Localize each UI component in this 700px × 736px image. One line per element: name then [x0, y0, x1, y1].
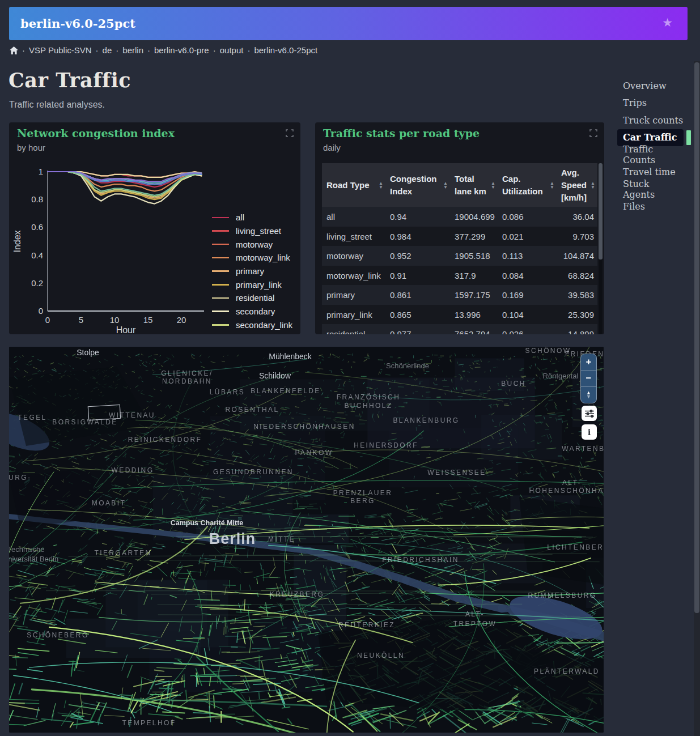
table-cell: 0.861 [385, 290, 450, 300]
sort-icon[interactable]: ▲▼ [443, 181, 448, 189]
column-header-2[interactable]: Congestion Index▲▼ [385, 163, 450, 207]
legend-item-secondary_link[interactable]: secondary_link [212, 318, 292, 332]
column-header-3[interactable]: Total lane km▲▼ [450, 163, 498, 207]
map-settings-button[interactable] [582, 406, 597, 421]
network-map[interactable]: StolpeMühlenbeckSchönerlindeSCHÖNOWFRIED… [9, 347, 604, 733]
legend-swatch [212, 284, 229, 286]
table-row: primary0.8611597.1750.16939.583 [322, 285, 597, 305]
breadcrumb-item[interactable]: de [103, 45, 112, 55]
sidebar-item-traffic-counts[interactable]: Traffic Counts [617, 146, 684, 164]
tilt-button[interactable]: ▲▼ [581, 387, 596, 403]
column-header-5[interactable]: Avg. Speed [km/h]▲▼ [557, 163, 597, 207]
map-info-button[interactable]: i [582, 424, 597, 440]
table-cell: 0.984 [385, 232, 450, 241]
sidebar-item-files[interactable]: Files [617, 198, 684, 216]
table-cell: 0.952 [385, 251, 450, 261]
star-icon[interactable]: ★ [662, 16, 673, 29]
svg-text:0.6: 0.6 [31, 222, 43, 232]
sidebar-item-stuck-agents[interactable]: Stuck Agents [617, 181, 684, 198]
side-nav: OverviewTripsTruck countsCar TrafficTraf… [617, 77, 684, 215]
sort-icon[interactable]: ▲▼ [379, 181, 383, 189]
table-cell: 0.021 [498, 232, 557, 241]
breadcrumb-item[interactable]: berlin-v6.0-pre [154, 45, 209, 55]
expand-icon[interactable] [589, 129, 597, 139]
table-cell: 68.824 [557, 271, 597, 280]
sidebar-item-trips[interactable]: Trips [617, 95, 684, 112]
zoom-out-button[interactable]: − [581, 371, 596, 387]
legend-swatch [212, 230, 229, 232]
legend-label: motorway_link [236, 253, 290, 262]
table-cell: 9.703 [557, 232, 597, 241]
table-cell: 0.977 [385, 329, 450, 334]
sort-icon[interactable]: ▲▼ [491, 181, 495, 189]
table-cell: 0.084 [498, 271, 557, 280]
map-zoom-controls: + − ▲▼ [580, 354, 597, 403]
table-cell: primary_link [322, 310, 385, 320]
legend-item-living_street[interactable]: living_street [212, 224, 292, 238]
table-cell: 0.169 [498, 290, 557, 300]
active-nav-indicator [686, 130, 691, 146]
expand-icon[interactable] [286, 129, 294, 139]
run-banner[interactable]: berlin-v6.0-25pct ★ [9, 7, 688, 40]
svg-text:20: 20 [177, 315, 186, 325]
breadcrumb-item[interactable]: berlin [122, 45, 143, 55]
legend-label: motorway [236, 240, 273, 249]
road-stats-table: Road Type▲▼Congestion Index▲▼Total lane … [322, 163, 597, 334]
sort-icon[interactable]: ▲▼ [550, 181, 554, 189]
congestion-chart-plot: 00.20.40.60.8105101520HourIndex [12, 163, 208, 333]
breadcrumb-separator: · [22, 45, 25, 55]
legend-label: secondary_link [236, 320, 292, 330]
table-cell: 36.04 [557, 212, 597, 222]
breadcrumb-separator: · [147, 45, 150, 55]
svg-text:Hour: Hour [116, 325, 136, 333]
sidebar-item-truck-counts[interactable]: Truck counts [617, 112, 684, 129]
legend-item-tertiary[interactable]: tertiary [212, 331, 292, 334]
legend-item-residential[interactable]: residential [212, 291, 292, 305]
table-row: primary_link0.86513.9960.10425.309 [322, 305, 597, 325]
column-header-label: Road Type [326, 179, 370, 192]
table-cell: 14.899 [557, 329, 597, 334]
map-canvas[interactable] [9, 347, 604, 733]
breadcrumb-item[interactable]: output [220, 45, 244, 55]
panel-congestion-subtitle: by hour [17, 143, 45, 152]
column-header-1[interactable]: Road Type▲▼ [322, 163, 385, 207]
breadcrumb: ·VSP Public-SVN·de·berlin·berlin-v6.0-pr… [10, 45, 317, 55]
congestion-chart: 00.20.40.60.8105101520HourIndex alllivin… [12, 163, 296, 333]
column-header-label: Total lane km [455, 173, 490, 198]
column-header-label: Cap. Utilization [502, 173, 549, 198]
table-cell: motorway_link [322, 271, 385, 280]
svg-text:Index: Index [12, 230, 22, 252]
legend-item-secondary[interactable]: secondary [212, 305, 292, 318]
home-icon[interactable] [10, 46, 18, 54]
legend-item-motorway_link[interactable]: motorway_link [212, 251, 292, 265]
legend-item-motorway[interactable]: motorway [212, 237, 292, 251]
table-cell: 0.94 [385, 212, 450, 222]
svg-text:0: 0 [39, 306, 43, 316]
column-header-4[interactable]: Cap. Utilization▲▼ [498, 163, 557, 207]
table-cell: 104.874 [557, 251, 597, 261]
breadcrumb-separator: · [116, 45, 118, 55]
table-scrollbar[interactable] [599, 163, 603, 334]
table-cell: 7652.794 [450, 329, 498, 334]
table-cell: 19004.699 [450, 212, 498, 222]
legend-item-primary[interactable]: primary [212, 265, 292, 278]
info-icon: i [588, 427, 591, 437]
page-scrollbar[interactable] [694, 61, 700, 736]
table-row: residential0.9777652.7940.02614.899 [322, 324, 597, 334]
breadcrumb-separator: · [96, 45, 99, 55]
svg-text:0.4: 0.4 [31, 250, 43, 260]
breadcrumb-separator: · [247, 45, 250, 55]
sidebar-item-overview[interactable]: Overview [617, 77, 684, 95]
zoom-in-button[interactable]: + [581, 354, 596, 371]
legend-item-primary_link[interactable]: primary_link [212, 278, 292, 291]
panel-congestion: Network congestion index by hour 00.20.4… [9, 122, 300, 334]
legend-item-all[interactable]: all [212, 211, 292, 224]
svg-text:0.8: 0.8 [31, 194, 43, 204]
legend-swatch [212, 297, 229, 299]
table-row: all0.9419004.6990.08636.04 [322, 207, 597, 227]
sort-icon[interactable]: ▲▼ [591, 181, 595, 189]
legend-swatch [212, 310, 229, 312]
breadcrumb-item[interactable]: VSP Public-SVN [29, 45, 92, 55]
run-title: berlin-v6.0-25pct [20, 16, 135, 31]
breadcrumb-item[interactable]: berlin-v6.0-25pct [254, 45, 317, 55]
